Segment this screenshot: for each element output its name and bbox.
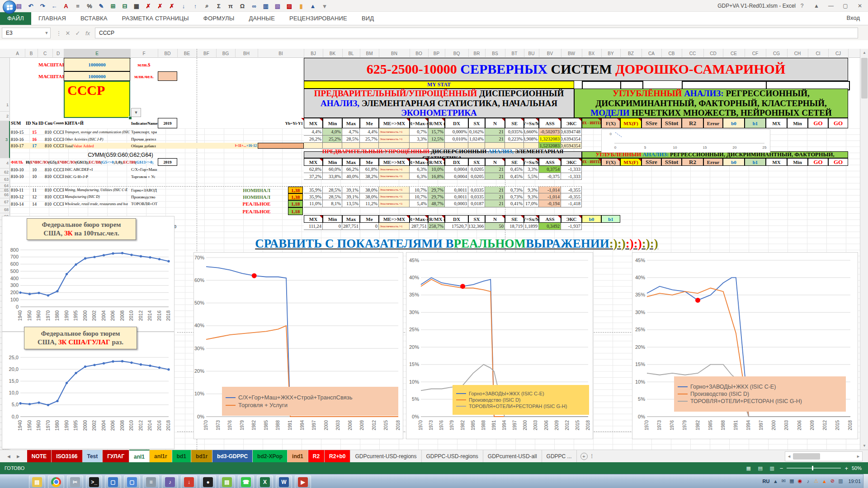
stats-cell-BN72[interactable]: Эластичность <1 — [379, 193, 410, 200]
stats-header-BR[interactable]: SX — [468, 158, 485, 166]
stats-header-BP[interactable]: r=R/MX (R — [428, 158, 445, 166]
stats-header-ext-CB[interactable]: SStot — [661, 158, 682, 166]
stats-cell-BQ76[interactable]: 17520,7 — [445, 223, 468, 230]
cell-B64[interactable]: 17 — [25, 143, 38, 149]
stats-cell-BO68[interactable]: 6,3% — [410, 166, 428, 173]
stats-header-ext-BZ[interactable]: MX(F) — [620, 118, 642, 128]
cell-F4[interactable]: IndicatorName — [130, 118, 158, 128]
stats-header-BP[interactable]: r=R/MX (R — [428, 215, 445, 223]
stats-cell-BO62[interactable]: 0,7% — [410, 128, 428, 136]
sheet-tab-ГУЛАГ[interactable]: ГУЛАГ — [103, 450, 129, 462]
stats-cell-BT62[interactable]: 0,035% — [505, 128, 524, 136]
zoom-out-icon[interactable]: − — [780, 465, 783, 472]
tray-mail-icon[interactable]: ✉ — [780, 478, 787, 484]
stats-cell-BU62[interactable]: 3,660% — [524, 128, 539, 136]
cell-B62[interactable]: 15 — [25, 128, 38, 136]
cell-D4[interactable]: Country — [52, 118, 64, 128]
cell-F73[interactable]: ТОРОВЛЯ+ОТ — [130, 200, 158, 207]
stats-cell-BV68[interactable]: 0,3754 — [539, 166, 561, 173]
normal-view-icon[interactable]: ▦ — [745, 465, 753, 472]
taskbar-app-download-manager[interactable]: ↓ — [181, 475, 197, 488]
stats-cell-BO73[interactable]: 5,4% — [410, 200, 428, 207]
cell-E68[interactable]: ISIC ABCDEF+I — [64, 166, 130, 173]
cell-X73[interactable]: 1,18 — [288, 200, 303, 207]
stats-header-BU[interactable]: V=Sx/M — [524, 215, 539, 223]
stats-cell-BU68[interactable]: 3,3% — [524, 166, 539, 173]
stats-cell-BR76[interactable]: 132,366 — [468, 223, 485, 230]
stats-header-BS[interactable]: N — [485, 158, 505, 166]
page-layout-view-icon[interactable]: ▤ — [756, 465, 764, 472]
stats-cell-BP71[interactable]: 29,7% — [428, 187, 445, 193]
ribbon-tab-ДАННЫЕ[interactable]: ДАННЫЕ — [241, 12, 282, 25]
cell-A72[interactable]: 810-12 — [10, 193, 25, 200]
cell-A69[interactable]: 810-10 — [10, 173, 25, 180]
stats-cell-BR68[interactable]: 0,0205 — [468, 166, 485, 173]
stats-header-BW[interactable]: ЭКС — [561, 215, 582, 223]
stats-cell-BM71[interactable]: 38,0% — [360, 187, 379, 193]
stats-cell-BK68[interactable]: 60,0% — [323, 166, 342, 173]
stats-header-b0[interactable]: b0 — [582, 215, 601, 223]
stats-cell-BT71[interactable]: 0,73% — [505, 187, 524, 193]
stats-cell-BW63[interactable]: 0,6394354 — [561, 136, 582, 143]
cell-D68[interactable]: СССР — [52, 166, 64, 173]
stats-cell-BJ63[interactable]: 26,2% — [304, 136, 323, 143]
stats-header-BM[interactable]: Me — [360, 118, 379, 128]
cell-A64[interactable]: 810-17 — [10, 143, 25, 149]
cell-C2[interactable]: МАСШТАБ — [38, 71, 64, 81]
cell-BH4[interactable]: Yb=Yi-Y1 — [235, 118, 304, 128]
stats-header-BJ[interactable]: MX — [304, 118, 323, 128]
stats-cell-BL76[interactable]: 287,751 — [342, 223, 360, 230]
cell-D69[interactable]: СССР — [52, 173, 64, 180]
stats-cell-BM72[interactable]: 38,0% — [360, 193, 379, 200]
stats-cell-BP69[interactable]: 16,8% — [428, 173, 445, 180]
stats-cell-BP64[interactable] — [428, 143, 445, 149]
stats-cell-BN69[interactable]: Эластичность <1 — [379, 173, 410, 180]
stats-cell-BW71[interactable]: -0,355 — [561, 187, 582, 193]
stats-header-BO[interactable]: R=Max-x — [410, 158, 428, 166]
tray-sound-icon[interactable]: ♪ — [805, 479, 811, 484]
stats-cell-BV73[interactable]: -0,194 — [539, 200, 561, 207]
stats-cell-BU73[interactable]: 17,0% — [524, 200, 539, 207]
scroll-down-icon[interactable]: ▼ — [860, 442, 868, 450]
stats-cell-BN63[interactable]: Эластичность >1 — [379, 136, 410, 143]
stats-header-BJ[interactable]: MX — [304, 158, 323, 166]
close-icon[interactable]: ✕ — [854, 1, 866, 11]
start-button[interactable] — [3, 0, 16, 14]
stats-cell-BO76[interactable]: 287,751 — [410, 223, 428, 230]
stats-cell-BO63[interactable]: 3,3% — [410, 136, 428, 143]
stats-header-BU[interactable]: V=Sx/M — [524, 118, 539, 128]
stats-header-BR[interactable]: SX — [468, 215, 485, 223]
clock[interactable]: 19:01 — [846, 479, 861, 484]
help-icon[interactable]: ? — [796, 1, 808, 11]
stats-header-BK[interactable]: Min — [323, 215, 342, 223]
stats-cell-BT76[interactable]: 18,719 — [505, 223, 524, 230]
stats-cell-BO72[interactable]: 10,7% — [410, 193, 428, 200]
cell-D64[interactable]: СССР — [52, 143, 64, 149]
stats-cell-BU71[interactable]: 9,3% — [524, 187, 539, 193]
cell-E64[interactable]: Total Value Added — [64, 143, 130, 149]
sheet-tab-R2[interactable]: R2 — [308, 450, 325, 462]
sheet-tab-R2+b0[interactable]: R2+b0 — [325, 450, 350, 462]
sheet-tab-nav[interactable]: ◄► — [0, 454, 27, 459]
stats-cell-BJ64[interactable] — [304, 143, 323, 149]
cell-F1[interactable]: млн.$ — [130, 58, 158, 71]
cell-D72[interactable]: СССР — [52, 193, 64, 200]
stats-cell-BO64[interactable] — [410, 143, 428, 149]
add-sheet-icon[interactable]: + — [580, 453, 588, 460]
stats-cell-BT64[interactable] — [505, 143, 524, 149]
stats-cell-BT69[interactable]: 0,45% — [505, 173, 524, 180]
stats-cell-BP72[interactable]: 29,7% — [428, 193, 445, 200]
stats-header-BQ[interactable]: DX — [445, 215, 468, 223]
cell-BH71[interactable]: НОМИНАЛ — [235, 187, 278, 193]
stats-cell-BK64[interactable] — [323, 143, 342, 149]
stats-header-ext-CF[interactable]: b1 — [745, 158, 766, 166]
cell-B4[interactable]: ID Nat — [25, 118, 38, 128]
stats-header-BN[interactable]: ME=>MX — [379, 118, 410, 128]
show-desktop-button[interactable] — [863, 474, 868, 488]
stats-cell-BN71[interactable]: Эластичность <1 — [379, 187, 410, 193]
cell-A73[interactable]: 810-14 — [10, 200, 25, 207]
stats-header-BT[interactable]: SE — [505, 118, 524, 128]
cell-C69[interactable]: 810 — [38, 173, 52, 180]
stats-header-BJ[interactable]: MX — [304, 215, 323, 223]
cell-BH72[interactable]: НОМИНАЛ — [235, 193, 278, 200]
